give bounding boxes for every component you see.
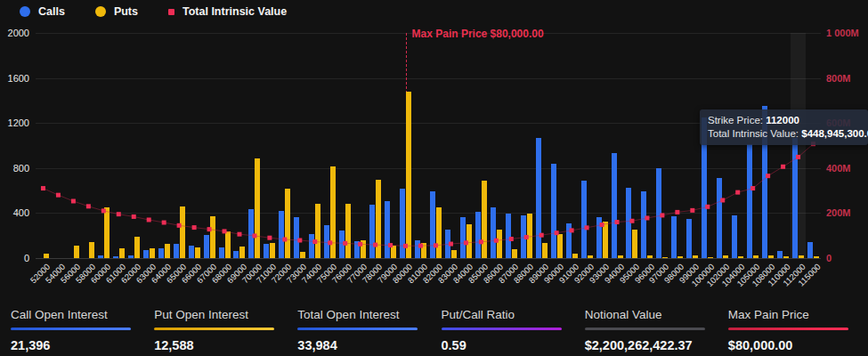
put-bar[interactable]: [391, 246, 396, 258]
legend-item-intrinsic[interactable]: Total Intrinsic Value: [168, 5, 287, 18]
call-bar[interactable]: [641, 191, 646, 258]
call-bar[interactable]: [506, 214, 511, 258]
intrinsic-dot[interactable]: [41, 186, 45, 190]
put-bar[interactable]: [588, 255, 593, 258]
put-bar[interactable]: [315, 204, 320, 258]
put-bar[interactable]: [74, 246, 79, 258]
intrinsic-dot[interactable]: [192, 225, 197, 230]
intrinsic-dot[interactable]: [147, 217, 151, 222]
call-bar[interactable]: [128, 255, 134, 258]
put-bar[interactable]: [542, 243, 548, 258]
call-bar[interactable]: [294, 217, 299, 258]
call-bar[interactable]: [777, 251, 783, 258]
call-bar[interactable]: [143, 250, 149, 258]
put-bar[interactable]: [557, 234, 563, 258]
call-bar[interactable]: [626, 188, 631, 258]
put-bar[interactable]: [647, 255, 653, 258]
put-bar[interactable]: [180, 206, 185, 258]
intrinsic-dot[interactable]: [56, 193, 61, 198]
put-bar[interactable]: [165, 244, 170, 258]
put-bar[interactable]: [119, 248, 125, 258]
call-bar[interactable]: [445, 230, 450, 258]
call-bar[interactable]: [189, 246, 194, 258]
legend-item-puts[interactable]: Puts: [95, 5, 138, 18]
put-bar[interactable]: [255, 158, 260, 258]
put-bar[interactable]: [361, 240, 366, 258]
put-bar[interactable]: [330, 166, 336, 258]
put-bar[interactable]: [44, 254, 49, 258]
put-bar[interactable]: [466, 224, 472, 258]
call-bar[interactable]: [612, 153, 617, 258]
put-bar[interactable]: [603, 222, 608, 258]
call-bar[interactable]: [204, 235, 209, 258]
put-bar[interactable]: [134, 237, 140, 258]
put-bar[interactable]: [150, 248, 155, 258]
call-bar[interactable]: [233, 251, 239, 258]
legend-item-calls[interactable]: Calls: [20, 5, 65, 18]
put-bar[interactable]: [104, 207, 110, 258]
call-bar[interactable]: [581, 181, 587, 258]
call-bar[interactable]: [732, 215, 737, 258]
call-bar[interactable]: [430, 191, 435, 258]
put-bar[interactable]: [783, 256, 789, 258]
call-bar[interactable]: [415, 240, 420, 258]
put-bar[interactable]: [300, 252, 305, 258]
intrinsic-dot[interactable]: [237, 232, 241, 237]
call-bar[interactable]: [339, 231, 345, 258]
put-bar[interactable]: [239, 247, 245, 258]
put-bar[interactable]: [768, 255, 774, 258]
call-bar[interactable]: [385, 201, 390, 258]
put-bar[interactable]: [195, 247, 200, 258]
call-bar[interactable]: [248, 209, 254, 258]
call-bar[interactable]: [566, 223, 572, 258]
call-bar[interactable]: [460, 217, 466, 258]
put-bar[interactable]: [497, 230, 502, 258]
put-bar[interactable]: [738, 256, 743, 258]
call-bar[interactable]: [369, 205, 375, 258]
put-bar[interactable]: [270, 243, 275, 258]
put-bar[interactable]: [677, 256, 683, 258]
put-bar[interactable]: [693, 255, 698, 258]
put-bar[interactable]: [89, 242, 94, 258]
put-bar[interactable]: [753, 255, 758, 258]
call-bar[interactable]: [717, 178, 722, 258]
put-bar[interactable]: [799, 255, 804, 258]
call-bar[interactable]: [491, 207, 496, 258]
call-bar[interactable]: [174, 244, 179, 258]
call-bar[interactable]: [747, 144, 752, 258]
call-bar[interactable]: [792, 138, 798, 258]
call-bar[interactable]: [686, 219, 692, 258]
call-bar[interactable]: [354, 241, 360, 258]
call-bar[interactable]: [98, 255, 103, 258]
call-bar[interactable]: [551, 164, 556, 258]
intrinsic-dot[interactable]: [267, 236, 272, 240]
intrinsic-dot[interactable]: [132, 214, 136, 219]
put-bar[interactable]: [451, 250, 457, 258]
intrinsic-dot[interactable]: [735, 190, 740, 195]
call-bar[interactable]: [219, 247, 224, 258]
put-bar[interactable]: [210, 216, 215, 258]
call-bar[interactable]: [596, 217, 602, 258]
call-bar[interactable]: [324, 225, 329, 258]
call-bar[interactable]: [656, 168, 661, 258]
call-bar[interactable]: [671, 216, 677, 258]
put-bar[interactable]: [708, 257, 713, 258]
call-bar[interactable]: [279, 211, 284, 258]
put-bar[interactable]: [225, 231, 231, 258]
put-bar[interactable]: [345, 204, 351, 258]
call-bar[interactable]: [113, 256, 118, 258]
intrinsic-dot[interactable]: [86, 204, 91, 208]
put-bar[interactable]: [406, 92, 411, 258]
call-bar[interactable]: [536, 138, 541, 258]
put-bar[interactable]: [814, 256, 819, 258]
put-bar[interactable]: [632, 230, 637, 258]
put-bar[interactable]: [527, 214, 532, 258]
put-bar[interactable]: [662, 257, 668, 258]
put-bar[interactable]: [723, 255, 728, 258]
intrinsic-dot[interactable]: [162, 221, 166, 225]
put-bar[interactable]: [618, 255, 623, 258]
call-bar[interactable]: [521, 215, 526, 258]
put-bar[interactable]: [376, 180, 381, 258]
put-bar[interactable]: [482, 181, 487, 258]
put-bar[interactable]: [285, 189, 290, 258]
